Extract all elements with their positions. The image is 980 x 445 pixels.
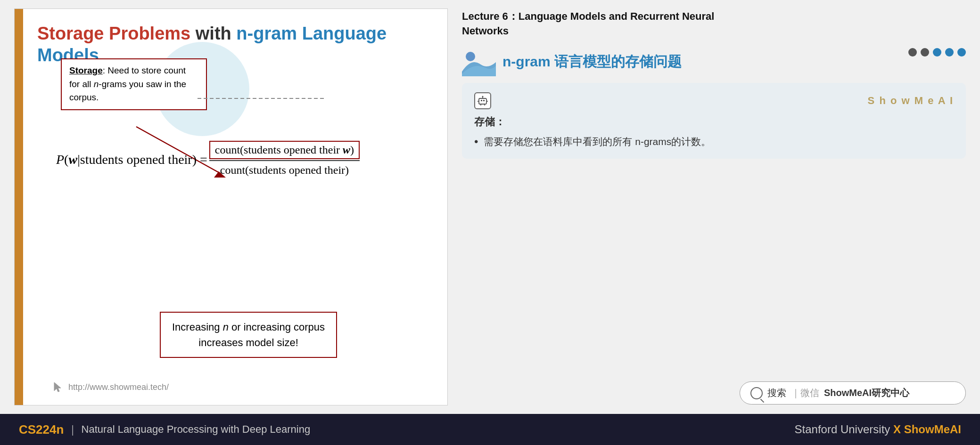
footer-separator: | [71, 422, 74, 437]
slide-left-border [15, 9, 23, 405]
dots-group [908, 48, 966, 57]
lecture-title: Lecture 6：Language Models and Recurrent … [462, 9, 966, 39]
ngram-header: n-gram 语言模型的存储问题 [462, 48, 966, 76]
increasing-line1: Increasing n or increasing corpus [172, 319, 325, 335]
storage-italic-n: n [94, 79, 99, 89]
fraction-numerator: count(students opened their w) [209, 141, 360, 159]
footer: CS224n | Natural Language Processing wit… [0, 414, 980, 445]
svg-rect-3 [483, 100, 485, 101]
search-brand: ShowMeAI研究中心 [824, 387, 909, 399]
fraction-denominator: count(students opened their) [215, 162, 354, 178]
card-bullet-text: 需要存储您在语料库中看到的所有 n-grams的计数。 [484, 134, 711, 150]
bullet-point: • [474, 134, 478, 150]
footer-course: Natural Language Processing with Deep Le… [82, 423, 311, 436]
storage-box: Storage: Need to store count for all n-g… [61, 58, 207, 110]
slide-url: http://www.showmeai.tech/ [51, 380, 169, 394]
search-icon-handle [760, 398, 764, 402]
search-text: 搜索 [767, 387, 786, 399]
footer-left: CS224n | Natural Language Processing wit… [19, 422, 310, 437]
dot-2 [921, 48, 929, 57]
translation-card: S h o w M e A I 存储： • 需要存储您在语料库中看到的所有 n-… [462, 83, 966, 159]
slide-panel: Storage Problems with n-gram Language Mo… [14, 8, 448, 405]
robot-svg [478, 96, 488, 106]
footer-right: Stanford University X ShowMeAI [795, 423, 961, 436]
svg-point-0 [466, 52, 475, 61]
formula-line: P(w|students opened their) = count(stude… [56, 141, 428, 178]
svg-rect-1 [479, 98, 486, 104]
formula-area: P(w|students opened their) = count(stude… [56, 141, 428, 178]
fraction-bar [209, 160, 360, 161]
svg-point-5 [482, 96, 484, 97]
slide-inner: Storage Problems with n-gram Language Mo… [28, 9, 447, 405]
footer-cs224n: CS224n [19, 422, 64, 437]
search-bar[interactable]: 搜索 ｜微信 ShowMeAI研究中心 [740, 381, 966, 405]
right-panel: Lecture 6：Language Models and Recurrent … [448, 0, 980, 414]
cursor-icon [51, 380, 65, 394]
title-with: with [190, 24, 236, 43]
card-bullet: • 需要存储您在语料库中看到的所有 n-grams的计数。 [474, 134, 954, 150]
search-icon [750, 387, 763, 399]
footer-x: X [893, 423, 904, 436]
ngram-title-text: n-gram 语言模型的存储问题 [502, 52, 682, 72]
storage-label: Storage [69, 65, 103, 75]
dot-5 [957, 48, 966, 57]
card-storage-title: 存储： [474, 115, 954, 129]
url-text: http://www.showmeai.tech/ [68, 382, 169, 392]
increasing-box: Increasing n or increasing corpus increa… [160, 312, 337, 358]
robot-icon [474, 92, 491, 109]
showmeai-card-label: S h o w M e A I [868, 95, 954, 107]
svg-rect-2 [481, 100, 482, 101]
footer-stanford: Stanford University [795, 423, 890, 436]
ngram-icon [462, 48, 496, 76]
fraction: count(students opened their w) count(stu… [209, 141, 360, 178]
search-divider: ｜微信 [791, 387, 819, 399]
dot-1 [908, 48, 917, 57]
footer-showmeai: ShowMeAI [904, 423, 961, 436]
formula-lhs: P(w|students opened their) = [56, 152, 207, 167]
dot-3 [933, 48, 941, 57]
card-header: S h o w M e A I [474, 92, 954, 109]
dot-4 [945, 48, 954, 57]
increasing-line2: increases model size! [172, 335, 325, 350]
title-storage: Storage Problems [37, 24, 190, 43]
